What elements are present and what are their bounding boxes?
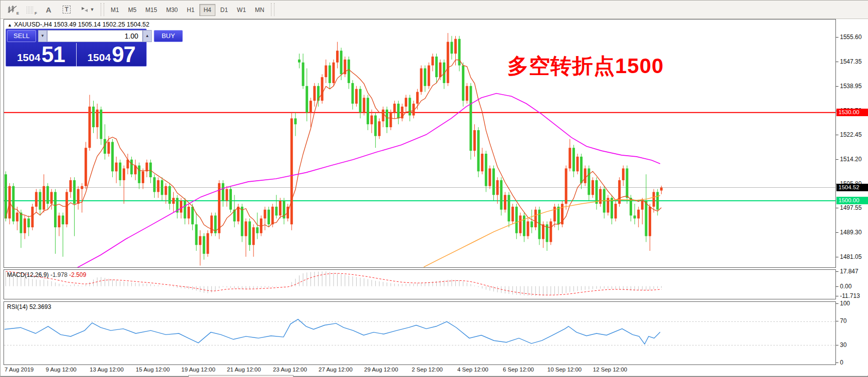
sell-price-big: 51 (42, 44, 65, 65)
macd-label: MACD(12,26,9) -1.978 -2.509 (7, 271, 86, 278)
axis-tick (836, 208, 838, 208)
rsi-value: 52.3693 (30, 303, 51, 310)
axis-tick (836, 86, 838, 87)
axis-tick (836, 135, 838, 135)
timeframe-h1[interactable]: H1 (183, 4, 198, 16)
macd-canvas[interactable] (4, 270, 835, 299)
timeframe-m15[interactable]: M15 (141, 4, 161, 16)
price-scale[interactable]: 1555.601547.351538.951530.701522.451514.… (836, 19, 868, 375)
axis-tick (836, 303, 838, 304)
time-label: 12 Sep 12:00 (593, 366, 627, 372)
time-label: 15 Aug 12:00 (136, 366, 170, 372)
time-scale[interactable]: 7 Aug 20199 Aug 12:0013 Aug 12:0015 Aug … (4, 365, 836, 374)
macd-tick-17.847: 17.847 (840, 268, 858, 275)
volume-input[interactable] (47, 30, 143, 42)
buy-price-prefix: 1504 (87, 50, 111, 65)
axis-tick (836, 159, 838, 160)
price-tick-1489.30: 1489.30 (840, 229, 861, 236)
buy-button[interactable]: BUY (154, 30, 183, 42)
price-tick-1555.60: 1555.60 (840, 34, 861, 41)
axis-tick (836, 321, 838, 321)
macd-tick-0.00: 0.00 (840, 283, 851, 290)
charts-icon-sub: E (17, 11, 19, 16)
text-box-glyph: T (63, 6, 70, 14)
sell-price[interactable]: 1504 51 (6, 43, 77, 67)
timeframe-d1[interactable]: D1 (216, 4, 232, 16)
axis-tick (836, 232, 838, 233)
sell-price-prefix: 1504 (17, 50, 41, 65)
buy-price[interactable]: 1504 97 (77, 43, 147, 67)
rsi-tick-100: 100 (840, 300, 850, 307)
volume-up-button[interactable]: ▲ (143, 30, 152, 42)
macd-pane[interactable]: MACD(12,26,9) -1.978 -2.509 (4, 269, 836, 299)
buy-price-big: 97 (112, 44, 135, 65)
volume-down-button[interactable]: ▼ (38, 30, 47, 42)
axis-tick (836, 62, 838, 62)
collapse-triangle-icon[interactable]: ▲ (8, 23, 12, 28)
axis-tick (836, 296, 838, 296)
timeframe-mn[interactable]: MN (251, 4, 268, 16)
price-tick-1522.45: 1522.45 (840, 131, 861, 138)
time-label: 21 Aug 12:00 (227, 366, 261, 372)
toolbar-separator-2 (271, 3, 274, 16)
axis-tick (836, 37, 838, 38)
timeframe-m30[interactable]: M30 (162, 4, 182, 16)
time-label: 29 Aug 12:00 (364, 366, 398, 372)
grid-icon-sub: F (35, 11, 37, 16)
macd-signal-value: -2.509 (69, 271, 86, 278)
scrollbar-track[interactable] (1, 376, 868, 376)
timeframe-h4[interactable]: H4 (199, 4, 215, 16)
grid-icon[interactable]: F (23, 3, 38, 16)
symbol-ohlc-text: XAUUSD-,H4 1503.49 1505.14 1502.25 1504.… (14, 21, 149, 28)
scrollbar-thumb[interactable] (188, 375, 294, 377)
time-label: 19 Aug 12:00 (181, 366, 215, 372)
shapes-icon-glyph (80, 6, 89, 13)
rsi-tick-70: 70 (840, 317, 846, 324)
price-tick-1547.35: 1547.35 (840, 58, 861, 65)
time-label: 9 Aug 12:00 (46, 366, 76, 372)
toolbar: E F A T ▼ M1M5M15M30H1H4D1W1MN (1, 1, 868, 19)
timeframe-w1[interactable]: W1 (233, 4, 250, 16)
axis-tick (836, 271, 838, 272)
chart-annotation-text: 多空转折点1500 (507, 52, 664, 80)
text-a-glyph: A (46, 6, 52, 14)
rsi-tick-30: 30 (840, 341, 846, 348)
macd-tick--11.713: -11.713 (840, 292, 860, 299)
shapes-icon[interactable]: ▼ (77, 3, 97, 16)
terminal-window: E F A T ▼ M1M5M15M30H1H4D1W1MN MACD(12,2… (0, 0, 868, 377)
axis-tick (836, 345, 838, 345)
price-tick-1538.95: 1538.95 (840, 83, 861, 90)
price-tick-1481.05: 1481.05 (840, 253, 861, 260)
text-a-icon[interactable]: A (41, 3, 56, 16)
toolbar-separator (101, 3, 104, 16)
horizontal-scrollbar (1, 375, 868, 377)
resistance-line-price-label: 1530.00 (836, 109, 868, 116)
axis-tick (836, 286, 838, 287)
chevron-down-icon: ▼ (90, 7, 95, 12)
sell-button[interactable]: SELL (7, 30, 36, 42)
price-tick-1497.55: 1497.55 (840, 204, 861, 211)
text-box-icon[interactable]: T (59, 3, 74, 16)
timeframe-group: M1M5M15M30H1H4D1W1MN (106, 5, 269, 14)
time-label: 10 Sep 12:00 (547, 366, 582, 372)
price-tick-1514.20: 1514.20 (840, 156, 861, 163)
support-line-price-label: 1500.00 (836, 197, 868, 204)
volume-stepper: ▼ ▲ (38, 30, 152, 42)
time-label: 7 Aug 2019 (5, 366, 34, 372)
timeframe-m5[interactable]: M5 (124, 4, 141, 16)
time-label: 23 Aug 12:00 (273, 366, 307, 372)
time-label: 13 Aug 12:00 (90, 366, 124, 372)
charts-icon[interactable]: E (5, 3, 20, 16)
time-label: 6 Sep 12:00 (503, 366, 534, 372)
trade-panel-controls: SELL ▼ ▲ BUY (6, 29, 146, 43)
time-label: 27 Aug 12:00 (319, 366, 353, 372)
rsi-tick-0: 0 (840, 359, 843, 366)
rsi-pane[interactable]: RSI(14) 52.3693 (4, 301, 836, 365)
symbol-ohlc-line: ▲XAUUSD-,H4 1503.49 1505.14 1502.25 1504… (8, 21, 149, 28)
axis-tick (836, 257, 838, 257)
current-price-label: 1504.52 (836, 184, 868, 191)
time-label: 4 Sep 12:00 (457, 366, 488, 372)
timeframe-m1[interactable]: M1 (107, 4, 123, 16)
grid-icon-glyph (26, 5, 35, 14)
rsi-canvas[interactable] (4, 302, 835, 364)
